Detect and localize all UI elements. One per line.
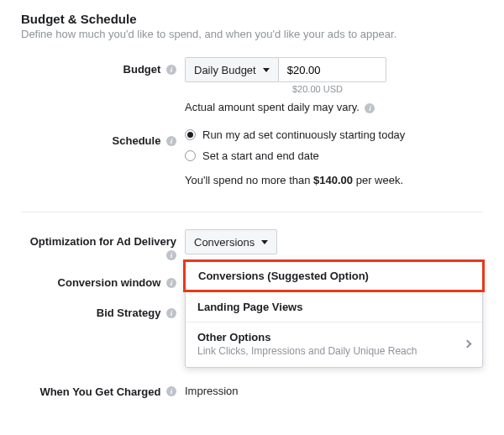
optimization-dropdown-menu: Conversions (Suggested Option) Landing P… (185, 259, 483, 368)
schedule-start-end-option[interactable]: Set a start and end date (185, 149, 483, 162)
budget-amount-input[interactable] (279, 57, 386, 82)
info-icon[interactable]: i (166, 136, 176, 146)
optimization-selected: Conversions (194, 236, 255, 249)
budget-note: Actual amount spent daily may vary. i (185, 101, 483, 113)
dropdown-option-landing-page-views[interactable]: Landing Page Views (186, 292, 482, 322)
budget-label: Budget i (21, 57, 185, 76)
optimization-row: Optimization for Ad Delivery i Conversio… (21, 229, 483, 260)
charged-label: When You Get Charged i (21, 380, 185, 398)
info-icon[interactable]: i (166, 65, 176, 75)
info-icon[interactable]: i (166, 386, 176, 396)
schedule-row: Schedule i Run my ad set continuously st… (21, 128, 483, 197)
radio-label: Run my ad set continuously starting toda… (202, 128, 405, 141)
dropdown-other-subtitle: Link Clicks, Impressions and Daily Uniqu… (197, 345, 417, 357)
dropdown-other-title: Other Options (197, 331, 417, 343)
schedule-continuous-option[interactable]: Run my ad set continuously starting toda… (185, 128, 483, 141)
radio-icon (185, 129, 196, 140)
weekly-spend-note: You'll spend no more than $140.00 per we… (185, 174, 483, 186)
divider (21, 212, 483, 212)
dropdown-option-conversions[interactable]: Conversions (Suggested Option) (183, 259, 485, 292)
charged-row: When You Get Charged i Impression (21, 380, 483, 398)
charged-value: Impression (185, 385, 239, 397)
chevron-right-icon (464, 340, 472, 349)
bid-strategy-label: Bid Strategy i (21, 301, 185, 319)
budget-row: Budget i Daily Budget $20.00 USD Actual … (21, 57, 483, 123)
schedule-label: Schedule i (21, 128, 185, 147)
section-subtitle: Define how much you'd like to spend, and… (21, 28, 483, 40)
conversion-window-label: Conversion window i (21, 270, 185, 289)
info-icon[interactable]: i (166, 250, 176, 260)
radio-icon (185, 150, 196, 161)
budget-type-label: Daily Budget (194, 64, 256, 76)
dropdown-option-other[interactable]: Other Options Link Clicks, Impressions a… (186, 322, 482, 367)
info-icon[interactable]: i (166, 278, 176, 288)
budget-type-dropdown[interactable]: Daily Budget (185, 57, 279, 82)
optimization-label: Optimization for Ad Delivery i (21, 229, 185, 260)
caret-down-icon (261, 240, 268, 244)
info-icon[interactable]: i (365, 103, 375, 113)
radio-label: Set a start and end date (202, 149, 319, 162)
optimization-dropdown-button[interactable]: Conversions (185, 229, 277, 254)
info-icon[interactable]: i (166, 308, 176, 318)
section-title: Budget & Schedule (21, 12, 483, 26)
caret-down-icon (263, 68, 270, 72)
budget-amount-usd: $20.00 USD (292, 84, 483, 94)
